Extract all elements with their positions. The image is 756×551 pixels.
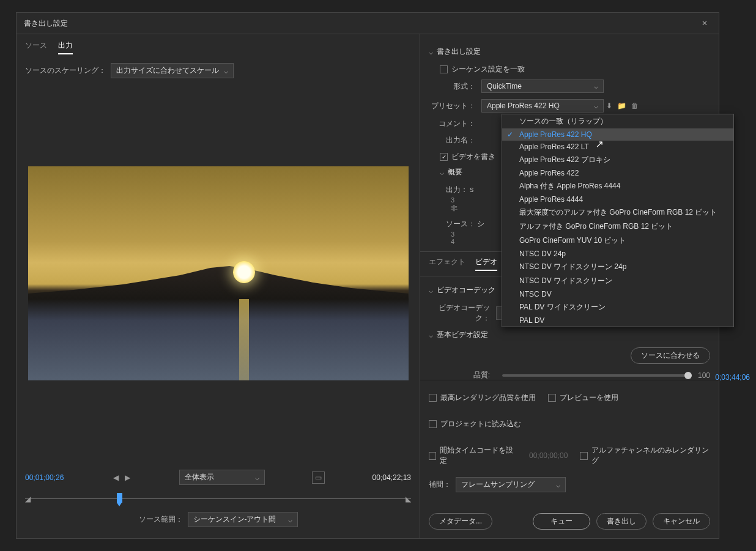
output-name-label: 出力名： (429, 135, 475, 146)
preset-option[interactable]: NTSC DV ワイドスクリーン (502, 274, 733, 288)
use-preview-checkbox[interactable] (548, 394, 556, 402)
preset-option[interactable]: Apple ProRes 422 プロキシ (502, 153, 733, 167)
out-point-icon[interactable]: ◣ (406, 495, 411, 503)
preset-option[interactable]: PAL DV ワイドスクリーン (502, 300, 733, 314)
chevron-down-icon: ⌵ (594, 82, 598, 91)
preset-option[interactable]: GoPro CineForm YUV 10 ビット (502, 234, 733, 248)
alpha-only-checkbox[interactable] (580, 452, 587, 460)
current-timecode[interactable]: 00;01;00;26 (25, 473, 64, 482)
preset-option[interactable]: Apple ProRes 4444 (502, 193, 733, 205)
preset-option[interactable]: Apple ProRes 422 HQ (502, 128, 733, 141)
preset-option[interactable]: Apple ProRes 422 LT (502, 141, 733, 153)
delete-preset-icon[interactable]: 🗑 (629, 100, 641, 111)
tab-effect[interactable]: エフェクト (429, 257, 465, 271)
duration-timecode: 00;04;22;13 (372, 473, 411, 482)
preset-option[interactable]: NTSC DV ワイドスクリーン 24p (502, 260, 733, 274)
write-video-checkbox[interactable] (440, 153, 448, 161)
preset-option[interactable]: NTSC DV (502, 288, 733, 300)
tab-output[interactable]: 出力 (58, 40, 73, 54)
preset-select[interactable]: Apple ProRes 422 HQ ⌵ (481, 99, 604, 113)
quality-label: 品質: (429, 370, 490, 380)
cancel-button[interactable]: キャンセル (653, 513, 710, 530)
section-basic-video: 基本ビデオ設定 (437, 330, 488, 340)
preset-dropdown-list: ソースの一致（リラップ）Apple ProRes 422 HQApple Pro… (502, 114, 734, 327)
preset-option[interactable]: 最大深度でのアルファ付き GoPro CineForm RGB 12 ビット (502, 205, 733, 220)
queue-button[interactable]: キュー (533, 513, 590, 530)
playhead[interactable] (117, 493, 122, 503)
quality-value: 100 (698, 371, 710, 380)
chevron-down-icon[interactable]: ⌵ (429, 48, 433, 56)
aspect-icon[interactable]: ▭ (312, 471, 325, 484)
start-tc-value: 00;00;00;00 (529, 451, 568, 460)
match-sequence-label: シーケンス設定を一致 (451, 64, 525, 75)
video-codec-label: ビデオコーデック： (429, 303, 490, 324)
dialog-title: 書き出し設定 (24, 18, 68, 29)
left-panel: ソース 出力 ソースのスケーリング： 出力サイズに合わせてスケール ⌵ 00;0… (17, 34, 420, 538)
import-preset-icon[interactable]: 📁 (615, 100, 629, 111)
chevron-down-icon: ⌵ (288, 516, 292, 524)
start-tc-checkbox[interactable] (429, 452, 436, 460)
max-render-checkbox[interactable] (429, 394, 437, 402)
chevron-down-icon: ⌵ (556, 481, 560, 489)
section-video-codec: ビデオコーデック (437, 285, 495, 295)
close-icon[interactable]: ✕ (698, 18, 711, 29)
interpolation-select[interactable]: フレームサンプリング ⌵ (456, 477, 566, 492)
source-range-select[interactable]: シーケンスイン-アウト間 ⌵ (188, 512, 298, 527)
preset-option[interactable]: PAL DV (502, 314, 733, 327)
section-export-settings: 書き出し設定 (437, 46, 481, 57)
match-sequence-checkbox[interactable] (440, 65, 448, 73)
step-fwd-icon[interactable]: ▶ (123, 473, 132, 482)
source-range-label: ソース範囲： (139, 514, 183, 525)
quality-slider[interactable] (502, 374, 692, 377)
match-source-button[interactable]: ソースに合わせる (631, 347, 710, 364)
format-label: 形式： (429, 81, 475, 92)
export-button[interactable]: 書き出し (596, 513, 647, 530)
chevron-down-icon: ⌵ (224, 67, 228, 75)
import-project-checkbox[interactable] (429, 420, 437, 428)
preset-option[interactable]: ソースの一致（リラップ） (502, 114, 733, 128)
save-preset-icon[interactable]: ⬇ (604, 100, 615, 111)
chevron-down-icon[interactable]: ⌵ (440, 168, 444, 177)
in-point-icon[interactable]: ◢ (25, 495, 31, 503)
section-summary: 概要 (448, 167, 462, 177)
scaling-label: ソースのスケーリング： (25, 65, 106, 76)
preset-option[interactable]: Apple ProRes 422 (502, 167, 733, 179)
preset-option[interactable]: Alpha 付き Apple ProRes 4444 (502, 179, 733, 193)
step-back-icon[interactable]: ◀ (111, 473, 120, 482)
preview-image (28, 166, 409, 380)
zoom-select[interactable]: 全体表示 ⌵ (179, 470, 265, 485)
chevron-down-icon[interactable]: ⌵ (429, 331, 433, 339)
preset-option[interactable]: NTSC DV 24p (502, 248, 733, 260)
chevron-down-icon[interactable]: ⌵ (429, 286, 433, 295)
chevron-down-icon: ⌵ (594, 102, 598, 110)
write-video-label: ビデオを書き (451, 152, 495, 162)
preset-label: プリセット： (429, 101, 475, 111)
interpolation-label: 補間： (429, 479, 451, 490)
tab-video[interactable]: ビデオ (475, 257, 497, 271)
format-select[interactable]: QuickTime ⌵ (481, 80, 604, 93)
bg-timecode: 0;03;44;06 (715, 373, 750, 382)
preset-option[interactable]: アルファ付き GoPro CineForm RGB 12 ビット (502, 220, 733, 234)
scrub-bar[interactable]: ◢ ◣ (25, 491, 411, 506)
comment-label: コメント： (429, 119, 475, 129)
scaling-select[interactable]: 出力サイズに合わせてスケール ⌵ (111, 63, 234, 78)
metadata-button[interactable]: メタデータ... (429, 513, 492, 530)
chevron-down-icon: ⌵ (255, 473, 259, 482)
tab-source[interactable]: ソース (25, 40, 47, 54)
